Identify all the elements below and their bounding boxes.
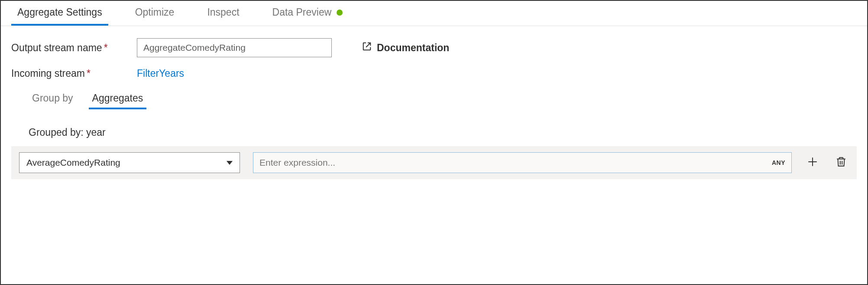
aggregate-settings-panel: Aggregate Settings Optimize Inspect Data… bbox=[1, 1, 867, 179]
output-stream-input[interactable] bbox=[137, 38, 332, 57]
type-badge: ANY bbox=[772, 159, 785, 166]
tab-label: Aggregate Settings bbox=[17, 7, 102, 18]
top-tab-bar: Aggregate Settings Optimize Inspect Data… bbox=[1, 1, 867, 26]
status-dot-icon bbox=[337, 10, 343, 16]
output-stream-label: Output stream name* bbox=[11, 42, 137, 54]
tab-label: Inspect bbox=[207, 7, 239, 18]
expression-input[interactable]: Enter expression... ANY bbox=[253, 152, 792, 173]
column-name-value: AverageComedyRating bbox=[26, 157, 120, 168]
tab-label: Data Preview bbox=[272, 7, 332, 18]
sub-tab-aggregates[interactable]: Aggregates bbox=[89, 90, 147, 109]
aggregate-row: AverageComedyRating Enter expression... … bbox=[11, 146, 857, 179]
required-asterisk-icon: * bbox=[104, 42, 108, 53]
add-button[interactable] bbox=[805, 155, 820, 170]
expression-placeholder: Enter expression... bbox=[259, 157, 335, 168]
tab-aggregate-settings[interactable]: Aggregate Settings bbox=[11, 1, 108, 26]
tab-optimize[interactable]: Optimize bbox=[129, 1, 181, 26]
incoming-stream-label: Incoming stream* bbox=[11, 68, 137, 79]
plus-icon bbox=[807, 156, 818, 170]
sub-tab-label: Group by bbox=[32, 92, 73, 104]
output-stream-row: Output stream name* Documentation bbox=[11, 38, 857, 57]
sub-tab-bar: Group by Aggregates bbox=[11, 90, 857, 109]
incoming-stream-link[interactable]: FilterYears bbox=[137, 68, 184, 79]
documentation-label: Documentation bbox=[377, 42, 449, 54]
chevron-down-icon bbox=[227, 161, 233, 165]
tab-data-preview[interactable]: Data Preview bbox=[266, 1, 349, 26]
external-link-icon bbox=[362, 42, 372, 54]
form-area: Output stream name* Documentation Incomi… bbox=[1, 26, 867, 146]
column-name-select[interactable]: AverageComedyRating bbox=[19, 152, 240, 173]
tab-label: Optimize bbox=[135, 7, 175, 18]
grouped-by-label: Grouped by: year bbox=[11, 109, 857, 146]
documentation-link[interactable]: Documentation bbox=[362, 42, 449, 54]
sub-tab-group-by[interactable]: Group by bbox=[29, 90, 77, 109]
label-text: Incoming stream bbox=[11, 68, 85, 79]
tab-inspect[interactable]: Inspect bbox=[201, 1, 245, 26]
sub-tab-label: Aggregates bbox=[92, 92, 143, 104]
trash-icon bbox=[836, 156, 847, 170]
required-asterisk-icon: * bbox=[87, 68, 91, 79]
delete-button[interactable] bbox=[833, 155, 849, 170]
incoming-stream-row: Incoming stream* FilterYears bbox=[11, 68, 857, 79]
label-text: Output stream name bbox=[11, 42, 102, 53]
